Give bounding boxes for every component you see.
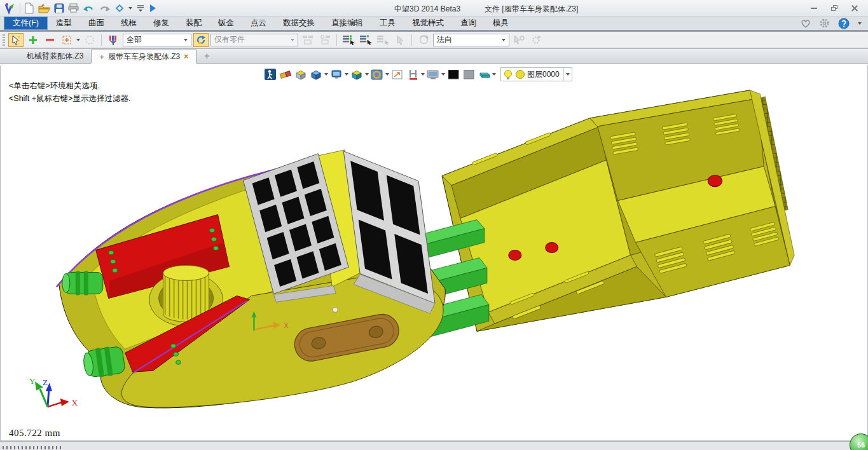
measurement-readout: 405.722 mm [9, 428, 60, 439]
doc-tab-track-body[interactable]: + 履带车车身装配体.Z3 × [91, 50, 196, 64]
separator [336, 34, 337, 46]
tab-data-exchange[interactable]: 数据交换 [275, 17, 323, 30]
help-caret[interactable] [858, 22, 862, 25]
doc-tab-robot-arm[interactable]: 机械臂装配体.Z3 [19, 49, 91, 63]
zoom-extents-icon[interactable] [390, 67, 404, 81]
model-canvas[interactable]: X [1, 65, 867, 440]
restore-button[interactable] [830, 4, 839, 12]
customize-toolbar-icon[interactable] [136, 4, 145, 12]
pick-box-caret[interactable] [76, 39, 80, 41]
lightbulb-icon[interactable] [503, 69, 513, 80]
pick-list-gray-icon[interactable] [375, 33, 390, 47]
add-select-icon[interactable] [25, 33, 41, 47]
separator [101, 34, 102, 46]
new-tab-button[interactable]: + [196, 49, 217, 63]
model-rear-tray[interactable] [442, 90, 794, 331]
hint-line-1: <单击右键>环境相关选项. [9, 79, 130, 92]
pick-list-green-icon[interactable] [341, 33, 356, 47]
link2-icon[interactable] [317, 33, 333, 47]
shade-mode-icon[interactable] [350, 67, 364, 81]
open-file-icon[interactable] [38, 3, 50, 13]
undo-icon[interactable] [83, 4, 95, 13]
background-caret[interactable] [441, 73, 445, 76]
red-boss [546, 243, 558, 253]
minimize-button[interactable] [809, 4, 818, 12]
layer-color-icon[interactable] [515, 67, 525, 81]
tab-wireframe[interactable]: 线框 [113, 17, 145, 30]
favorites-heart-icon[interactable] [801, 19, 811, 28]
print-icon[interactable] [68, 3, 79, 13]
layer-dropdown-button[interactable] [563, 68, 572, 81]
toolbar-grip[interactable] [3, 34, 5, 46]
lasso-icon[interactable] [82, 33, 97, 47]
pick-box-icon[interactable] [60, 33, 75, 47]
rotate-view-icon[interactable] [416, 33, 431, 47]
view-cube-icon[interactable] [309, 67, 323, 81]
show-hide-icon[interactable] [294, 67, 308, 81]
pick-list-red-icon[interactable] [358, 33, 373, 47]
doc-tab-close-icon[interactable]: × [184, 52, 188, 61]
help-icon[interactable] [838, 18, 850, 29]
eraser-icon[interactable] [279, 67, 293, 81]
view-display-caret[interactable] [345, 73, 348, 76]
view-cube-caret[interactable] [324, 73, 328, 76]
zoom-ring-icon[interactable] [370, 67, 384, 81]
layer-combo[interactable]: 图层0000 [500, 67, 572, 81]
minimize-icon [811, 8, 817, 9]
view-manager-icon[interactable] [114, 3, 125, 13]
save-icon[interactable] [54, 3, 64, 13]
tab-assembly[interactable]: 装配 [177, 17, 210, 30]
entity-filter-combo[interactable]: 全部 [123, 34, 191, 46]
doc-tab-label: 机械臂装配体.Z3 [27, 51, 83, 62]
close-button[interactable] [850, 4, 859, 12]
tab-visual-style[interactable]: 视觉样式 [404, 17, 452, 30]
tab-sheetmetal[interactable]: 钣金 [210, 17, 242, 30]
model-hull-body[interactable]: X [57, 150, 445, 408]
select-cursor-icon[interactable] [8, 33, 24, 47]
section-view-icon[interactable] [406, 67, 420, 81]
black-swatch[interactable] [446, 67, 460, 81]
shade-mode-caret[interactable] [365, 73, 369, 76]
triad-x-label: X [72, 398, 78, 407]
app-logo-icon[interactable] [3, 2, 16, 15]
tab-repair[interactable]: 修复 [145, 17, 177, 30]
gear-options-icon[interactable] [528, 33, 544, 47]
tab-surface[interactable]: 曲面 [80, 17, 113, 30]
pointer-icon[interactable] [392, 33, 408, 47]
reuse-filter-icon[interactable] [193, 33, 209, 47]
clear-style-caret[interactable] [492, 73, 496, 76]
remove-select-icon[interactable] [43, 33, 58, 47]
orientation-caret [502, 39, 506, 41]
redo-icon[interactable] [99, 4, 111, 13]
new-file-icon[interactable] [24, 3, 34, 14]
view-display-icon[interactable] [329, 67, 343, 81]
start-task-icon[interactable] [149, 4, 156, 13]
orientation-combo[interactable]: 法向 [433, 34, 509, 46]
view-triad: X Z Y [29, 376, 78, 407]
tab-tools[interactable]: 工具 [371, 17, 404, 30]
tab-file[interactable]: 文件(F) [4, 17, 48, 30]
entity-filter-icon[interactable] [106, 33, 121, 47]
background-icon[interactable] [426, 67, 440, 81]
settings-gear-icon[interactable] [819, 18, 830, 29]
part-filter-combo[interactable]: 仅有零件 [210, 34, 298, 46]
link1-icon[interactable] [300, 33, 315, 47]
quick-access-toolbar [0, 2, 156, 15]
clear-style-icon[interactable] [477, 67, 491, 81]
tab-pointcloud[interactable]: 点云 [242, 17, 275, 30]
tab-mold[interactable]: 模具 [485, 17, 517, 30]
exit-environment-icon[interactable] [263, 67, 277, 81]
view-manager-caret[interactable] [128, 7, 132, 10]
separator [20, 3, 20, 13]
doc-title: 文件 [履带车车身装配体.Z3] [485, 4, 578, 15]
graphics-viewport[interactable]: 图层0000 <单击右键>环境相关选项. <Shift +鼠标右键>显示选择过滤… [0, 65, 868, 441]
zoom-ring-caret[interactable] [385, 73, 389, 76]
tab-shape[interactable]: 造型 [48, 17, 80, 30]
gray-swatch[interactable] [462, 67, 476, 81]
tab-direct-edit[interactable]: 直接编辑 [323, 17, 371, 30]
section-view-caret[interactable] [421, 73, 425, 76]
view-toolbar: 图层0000 [263, 67, 572, 81]
pointer-query-icon[interactable] [511, 33, 527, 47]
red-boss [509, 250, 521, 261]
tab-inquire[interactable]: 查询 [452, 17, 485, 30]
